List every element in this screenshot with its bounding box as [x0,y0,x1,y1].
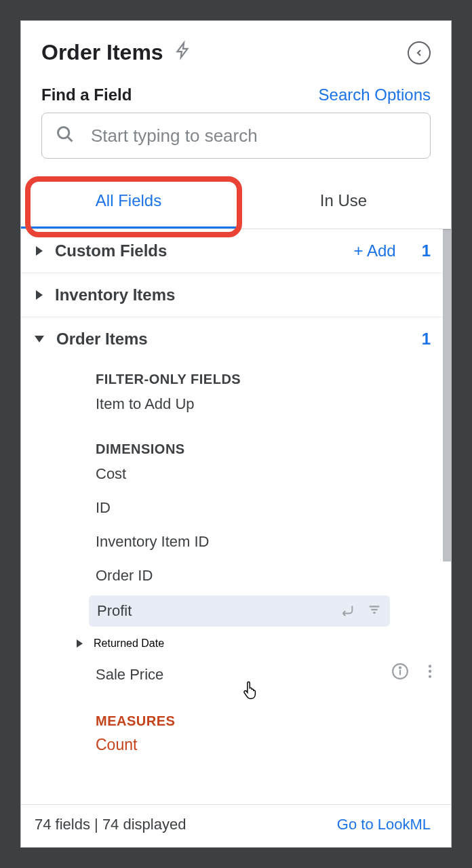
tab-all-fields[interactable]: All Fields [21,172,236,229]
find-field-row: Find a Field Search Options [21,72,451,113]
field-cost[interactable]: Cost [96,457,451,491]
section-custom-fields[interactable]: Custom Fields + Add 1 [21,229,451,273]
search-icon [56,125,75,146]
section-label: Order Items [56,330,148,349]
svg-point-7 [399,667,401,669]
section-label: Custom Fields [55,241,167,260]
kebab-menu-icon[interactable] [421,663,439,683]
find-field-label: Find a Field [41,85,132,104]
field-count[interactable]: Count [96,729,451,758]
section-label: Inventory Items [55,285,175,304]
svg-point-8 [429,665,431,667]
filter-only-heading: FILTER-ONLY FIELDS [96,372,451,387]
go-to-lookml-link[interactable]: Go to LookML [337,816,431,833]
add-custom-field-link[interactable]: + Add [354,241,396,260]
custom-fields-count: 1 [422,241,431,260]
search-options-link[interactable]: Search Options [319,85,431,104]
cursor-pointer-icon [241,679,260,705]
order-items-count: 1 [422,330,431,349]
field-id[interactable]: ID [96,491,451,525]
scrollbar[interactable] [443,229,451,561]
chevron-right-icon[interactable] [77,639,83,648]
field-label: Profit [97,602,132,620]
field-profit[interactable]: Profit [89,595,390,627]
filter-icon[interactable] [367,602,382,620]
panel-footer: 74 fields | 74 displayed Go to LookML [21,804,451,847]
field-returned-date[interactable]: Returned Date [21,629,451,658]
page-title: Order Items [41,40,163,65]
svg-point-0 [58,127,69,138]
dimensions-heading: DIMENSIONS [96,441,451,457]
chevron-down-icon[interactable] [35,336,44,342]
field-item-to-add-up[interactable]: Item to Add Up [96,387,451,421]
svg-line-1 [68,137,73,142]
svg-point-10 [429,675,431,677]
section-inventory-items[interactable]: Inventory Items [21,273,451,317]
chevron-right-icon[interactable] [36,290,43,300]
collapse-left-icon[interactable] [408,41,431,64]
field-list-content: Custom Fields + Add 1 Inventory Items Or… [21,229,451,804]
field-label: Returned Date [94,637,164,650]
svg-point-9 [429,670,431,673]
lightning-icon[interactable] [174,40,192,65]
field-picker-panel: Order Items Find a Field Search Options … [20,20,452,848]
field-row-extra-icons [391,663,439,683]
fields-summary: 74 fields | 74 displayed [35,816,186,833]
tab-in-use[interactable]: In Use [236,172,451,229]
measures-heading: MEASURES [96,713,451,729]
chevron-right-icon[interactable] [36,246,43,256]
section-order-items[interactable]: Order Items 1 [21,317,451,361]
search-box[interactable] [41,113,431,159]
tabs: All Fields In Use [21,172,451,229]
info-icon[interactable] [391,663,409,683]
field-order-id[interactable]: Order ID [96,559,451,593]
search-input[interactable] [91,125,416,146]
field-inventory-item-id[interactable]: Inventory Item ID [96,525,451,559]
panel-header: Order Items [21,21,451,72]
pivot-icon[interactable] [340,602,355,620]
